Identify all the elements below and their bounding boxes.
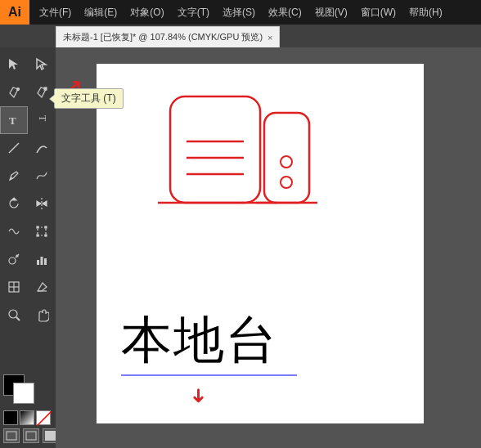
svg-rect-1 [44, 87, 47, 90]
anchor-point-tool[interactable] [28, 78, 56, 106]
menu-edit[interactable]: 编辑(E) [78, 0, 124, 25]
document-tab[interactable]: 未标题-1 [已恢复]* @ 107.84% (CMYK/GPU 预览) × [56, 26, 280, 47]
line-tool[interactable] [0, 134, 28, 162]
menu-effect[interactable]: 效果(C) [262, 0, 308, 25]
svg-rect-19 [41, 257, 43, 265]
svg-rect-28 [7, 432, 16, 440]
reflect-tool[interactable] [28, 190, 56, 217]
normal-screen-button[interactable] [3, 428, 20, 443]
tool-row-8 [0, 245, 56, 273]
selection-tool[interactable] [0, 51, 28, 78]
zoom-tool[interactable] [0, 301, 28, 329]
text-cursor-underline [121, 374, 297, 376]
svg-rect-29 [26, 432, 36, 440]
tool-row-9 [0, 273, 56, 301]
tool-row-6 [0, 190, 56, 217]
svg-rect-14 [45, 235, 47, 236]
tab-close-button[interactable]: × [267, 33, 272, 43]
tool-row-2 [0, 78, 56, 106]
free-transform-tool[interactable] [28, 217, 56, 245]
menu-object[interactable]: 对象(O) [124, 0, 170, 25]
illustration [146, 80, 334, 244]
svg-text:T: T [37, 115, 48, 122]
svg-point-17 [16, 255, 18, 257]
type-tool[interactable]: T [0, 106, 28, 134]
app-logo: Ai [0, 0, 29, 25]
menu-text[interactable]: 文字(T) [171, 0, 216, 25]
svg-rect-12 [45, 226, 47, 228]
full-screen-button[interactable] [23, 428, 39, 443]
color-mode-button[interactable] [3, 410, 18, 425]
smooth-tool[interactable] [28, 162, 56, 190]
svg-line-27 [37, 411, 52, 426]
tool-row-5 [0, 162, 56, 190]
color-section [3, 374, 36, 407]
svg-rect-31 [170, 96, 260, 203]
drawing-canvas[interactable]: 本地台 ➜ [97, 64, 424, 423]
svg-point-15 [9, 258, 16, 264]
svg-rect-18 [37, 260, 39, 265]
svg-rect-11 [37, 226, 38, 228]
svg-text:T: T [9, 114, 16, 127]
svg-marker-6 [11, 198, 16, 200]
eraser-tool[interactable] [28, 273, 56, 301]
menu-window[interactable]: 窗口(W) [354, 0, 402, 25]
svg-rect-30 [45, 431, 56, 441]
svg-rect-13 [37, 235, 38, 236]
tool-row-1 [0, 51, 56, 78]
menu-select[interactable]: 选择(S) [216, 0, 262, 25]
none-button[interactable] [36, 410, 51, 425]
pencil-tool[interactable] [0, 162, 28, 190]
screen-mode-buttons [3, 428, 59, 443]
warp-tool[interactable] [0, 217, 28, 245]
svg-point-25 [9, 310, 17, 318]
tab-title: 未标题-1 [已恢复]* @ 107.84% (CMYK/GPU 预览) [63, 31, 263, 43]
svg-line-4 [9, 143, 19, 153]
menu-help[interactable]: 帮助(H) [402, 0, 449, 25]
tool-row-4 [0, 134, 56, 162]
vertical-type-tool[interactable]: T [28, 106, 56, 134]
svg-point-39 [281, 177, 292, 188]
svg-rect-20 [44, 258, 47, 265]
color-boxes[interactable] [3, 374, 36, 407]
arc-tool[interactable] [28, 134, 56, 162]
slice-tool[interactable] [0, 273, 28, 301]
canvas-area[interactable]: 本地台 ➜ [56, 47, 481, 448]
svg-line-26 [16, 317, 20, 320]
menu-view[interactable]: 视图(V) [308, 0, 354, 25]
rotate-tool[interactable] [0, 190, 28, 217]
menu-bar: 文件(F) 编辑(E) 对象(O) 文字(T) 选择(S) 效果(C) 视图(V… [29, 0, 481, 25]
hand-tool[interactable] [28, 301, 56, 329]
mode-buttons [3, 410, 51, 425]
svg-marker-9 [43, 201, 47, 206]
direct-selection-tool[interactable] [28, 51, 56, 78]
menu-file[interactable]: 文件(F) [33, 0, 78, 25]
canvas-text[interactable]: 本地台 [121, 306, 278, 374]
symbol-sprayer-tool[interactable] [0, 245, 28, 273]
main-area: T T [0, 47, 481, 448]
column-graph-tool[interactable] [28, 245, 56, 273]
svg-marker-8 [37, 201, 41, 206]
tool-row-10 [0, 301, 56, 329]
svg-rect-32 [264, 113, 309, 203]
gradient-button[interactable] [20, 410, 34, 425]
svg-point-0 [17, 88, 20, 91]
title-bar: Ai 文件(F) 编辑(E) 对象(O) 文字(T) 选择(S) 效果(C) 视… [0, 0, 481, 25]
background-color[interactable] [13, 383, 34, 404]
pen-tool[interactable] [0, 78, 28, 106]
tab-bar: 未标题-1 [已恢复]* @ 107.84% (CMYK/GPU 预览) × [0, 25, 481, 47]
arrow-indicator-text: ➜ [187, 388, 210, 404]
tool-row-7 [0, 217, 56, 245]
svg-point-38 [281, 156, 292, 168]
toolbar: T T [0, 47, 56, 448]
tool-row-3: T T [0, 106, 56, 134]
